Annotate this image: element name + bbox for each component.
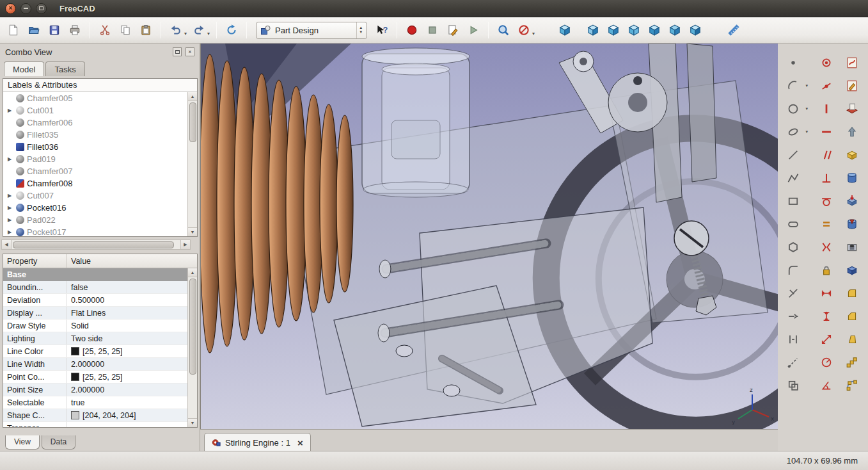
combo-spinner-icon[interactable]: ▴▾ [356,22,366,38]
tool-hole[interactable] [843,238,861,255]
expander-icon[interactable]: ▶ [6,108,13,113]
property-value[interactable]: 2.000000 [67,358,187,370]
property-value[interactable]: Flat Lines [67,307,187,319]
tool-edit-sketch[interactable] [843,77,861,94]
copy-button[interactable] [116,20,135,40]
dropdown-arrow-icon[interactable]: ▾ [805,129,808,134]
constraint-angle[interactable] [817,377,835,394]
minimize-window-icon[interactable] [20,3,31,14]
tool-circle[interactable]: ▾ [784,100,802,117]
model-glass-cylinder[interactable] [362,48,470,197]
tree-vertical-scrollbar[interactable]: ▲ ▼ [187,92,197,236]
open-document-button[interactable] [24,20,43,40]
constraint-symmetric[interactable] [817,238,835,255]
scroll-right-icon[interactable]: ▶ [180,240,190,249]
expander-icon[interactable]: ▶ [6,229,13,235]
left-view-button[interactable] [686,20,705,40]
tool-linear-pattern[interactable] [843,353,861,371]
tool-polygon[interactable] [784,238,802,255]
tool-line[interactable] [784,146,802,163]
constraint-distance-x[interactable] [817,284,835,302]
constraint-block[interactable] [817,261,835,279]
constraint-tangent[interactable] [817,192,835,209]
tool-map-sketch[interactable] [843,100,861,117]
property-value[interactable]: [204, 204, 204] [67,409,187,421]
dropdown-arrow-icon[interactable]: ▾ [805,83,808,88]
constraint-parallel[interactable] [817,146,835,163]
titlebar[interactable]: × FreeCAD [0,0,868,17]
property-value[interactable]: 2.000000 [67,384,187,396]
cut-button[interactable] [95,20,114,40]
redo-dropdown-icon[interactable]: ▾ [207,31,210,36]
document-tab[interactable]: Stirling Engine : 1 × [204,433,311,451]
close-window-icon[interactable]: × [5,3,16,14]
scrollbar-thumb[interactable] [189,102,196,142]
property-value[interactable]: Two side [67,332,187,344]
tool-external-geometry[interactable] [784,353,802,371]
scroll-up-icon[interactable]: ▲ [188,268,197,277]
constraint-equal[interactable] [817,215,835,232]
tool-conic[interactable]: ▾ [784,123,802,140]
tool-split-edge[interactable] [784,330,802,348]
constraint-coincident[interactable] [817,54,835,71]
property-group-base[interactable]: Base [3,268,187,281]
close-panel-icon[interactable]: × [185,47,194,56]
tree-item[interactable]: ▶Pocket016 [3,202,187,214]
redo-button[interactable] [189,20,209,40]
tab-data[interactable]: Data [42,435,75,450]
tree-item[interactable]: ▶Pad022 [3,214,187,226]
draw-style-button[interactable] [514,20,533,40]
tool-additive-primitive[interactable] [843,261,861,279]
undo-dropdown-icon[interactable]: ▾ [184,31,187,36]
workbench-selector[interactable]: Part Design ▴▾ [256,22,367,39]
whats-this-button[interactable]: ? [372,20,391,40]
tool-trim-edge[interactable] [784,284,802,302]
scrollbar-thumb[interactable] [189,279,196,375]
tree-item[interactable]: ▶Pocket017 [3,226,187,236]
scroll-up-icon[interactable]: ▲ [188,92,197,101]
expander-icon[interactable]: ▶ [6,156,13,162]
tool-pocket[interactable] [843,192,861,209]
constraint-radius[interactable] [817,353,835,371]
macro-edit-button[interactable] [443,20,462,40]
save-document-button[interactable] [45,20,64,40]
column-header-property[interactable]: Property [3,254,67,268]
tool-rectangle[interactable] [784,192,802,209]
tree-item[interactable]: ▶Cut007 [3,190,187,202]
property-value[interactable]: Solid [67,320,187,332]
tab-tasks[interactable]: Tasks [45,61,84,76]
column-header-value[interactable]: Value [67,254,197,268]
3d-viewport[interactable]: x y z [201,44,778,429]
tree-item[interactable]: ▶Cut001 [3,104,187,117]
tab-model[interactable]: Model [4,61,44,76]
top-view-button[interactable] [604,20,623,40]
macro-record-button[interactable] [402,20,422,40]
property-value[interactable]: 0.500000 [67,294,187,306]
front-view-button[interactable] [583,20,603,40]
tool-pad[interactable] [843,146,861,163]
close-document-icon[interactable]: × [297,438,303,448]
tree-item[interactable]: ▶Fillet036 [3,141,187,153]
tree-item[interactable]: ▶Chamfer006 [3,117,187,129]
tree-item[interactable]: ▶Chamfer005 [3,92,187,104]
dropdown-arrow-icon[interactable]: ▾ [805,106,808,111]
draw-style-dropdown-icon[interactable]: ▾ [532,31,535,36]
tool-fillet[interactable] [784,261,802,279]
tool-leave-sketch[interactable] [843,123,861,140]
undo-button[interactable] [166,20,185,40]
bottom-view-button[interactable] [665,20,684,40]
float-panel-icon[interactable] [173,47,182,56]
tree-item[interactable]: ▶Chamfer007 [3,165,187,177]
constraint-horizontal[interactable] [817,123,835,140]
tool-groove[interactable] [843,215,861,232]
print-button[interactable] [65,20,84,40]
tool-extend-edge[interactable] [784,307,802,325]
tool-point[interactable] [784,54,802,71]
tool-slot[interactable] [784,215,802,232]
constraint-vertical[interactable] [817,100,835,117]
expander-icon[interactable]: ▶ [6,193,13,199]
axonometric-view-button[interactable] [555,20,574,40]
tool-chamfer-feature[interactable] [843,307,861,325]
tool-fillet-feature[interactable] [843,284,861,302]
property-value[interactable]: [25, 25, 25] [67,371,187,383]
